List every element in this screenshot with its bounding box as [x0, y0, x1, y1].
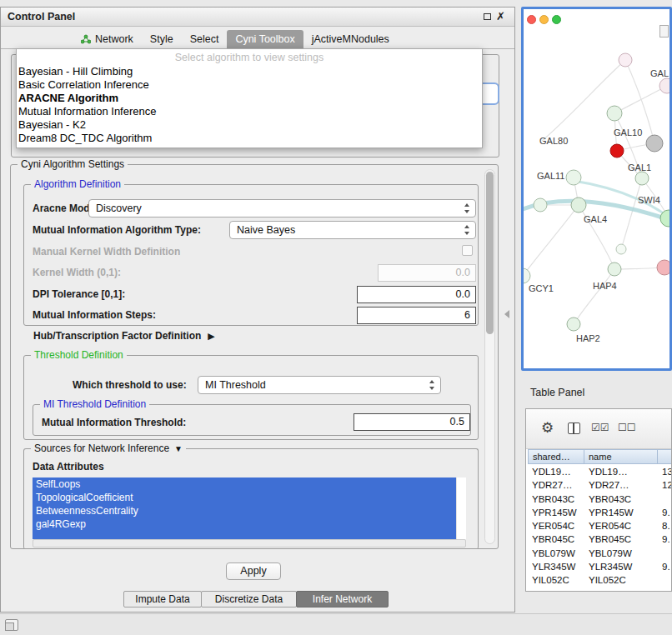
cell: 9. — [658, 532, 672, 546]
mac-close-button[interactable] — [527, 15, 536, 24]
table-row[interactable]: YPR145W YPR145W 9. — [528, 506, 672, 519]
combo-arrows-icon — [429, 380, 436, 390]
mi-type-select[interactable]: Naive Bayes — [229, 221, 476, 239]
table-row[interactable]: YBR043C YBR043C — [528, 492, 672, 506]
columns-icon[interactable] — [568, 422, 580, 434]
dpi-tolerance-label: DPI Tolerance [0,1]: — [33, 288, 125, 300]
network-canvas[interactable]: GAL GAL80 GAL10 GAL11 GAL1 SWI4 GAL4 GCY… — [524, 9, 669, 368]
network-node-selected-red[interactable] — [610, 144, 624, 158]
tab-label: Select — [190, 30, 219, 48]
network-node[interactable] — [619, 53, 632, 67]
collapsed-arrow-icon: ▶ — [208, 331, 214, 342]
network-node-gal4[interactable] — [571, 198, 586, 212]
cell: YER054C — [584, 519, 658, 532]
close-icon[interactable]: ✗ — [496, 8, 505, 26]
combo-arrows-icon — [464, 203, 471, 213]
dropdown-item[interactable]: Bayesian - K2 — [17, 118, 482, 132]
cell — [658, 492, 672, 506]
tab-network[interactable]: Network — [73, 30, 142, 48]
mac-minimize-button[interactable] — [539, 15, 549, 24]
dropdown-item[interactable]: Dream8 DC_TDC Algorithm — [17, 132, 482, 145]
deselect-all-columns-icon[interactable]: ☐☐ — [618, 422, 636, 433]
table-row[interactable]: YBL079W YBL079W — [528, 547, 672, 560]
network-node[interactable] — [607, 106, 622, 121]
network-node-gal1[interactable] — [635, 172, 649, 185]
table-row[interactable]: YBR045C YBR045C 9. — [528, 532, 672, 546]
gear-icon[interactable]: ⚙ — [541, 418, 554, 438]
network-view-window: GAL GAL80 GAL10 GAL11 GAL1 SWI4 GAL4 GCY… — [521, 7, 672, 371]
node-label: GAL80 — [539, 136, 568, 146]
cell: 9. — [658, 560, 672, 573]
dropdown-item-selected[interactable]: ARACNE Algorithm — [17, 92, 482, 105]
float-window-icon[interactable] — [484, 13, 491, 20]
which-threshold-select[interactable]: MI Threshold — [198, 376, 441, 394]
algorithm-dropdown-popup: Select algorithm to view settings Bayesi… — [16, 48, 483, 148]
group-title: Threshold Definition — [31, 349, 127, 361]
network-scrollbar-nub[interactable] — [659, 25, 669, 38]
tab-impute-data[interactable]: Impute Data — [123, 591, 202, 608]
dropdown-item[interactable]: Bayesian - Hill Climbing — [17, 65, 482, 78]
attribute-item-selected[interactable]: gal4RGexp — [33, 518, 456, 531]
tab-infer-network[interactable]: Infer Network — [296, 591, 389, 608]
network-node[interactable] — [659, 78, 669, 93]
network-node[interactable] — [657, 260, 669, 275]
split-pane-collapse-handle[interactable] — [504, 310, 509, 318]
table-row[interactable]: YER054C YER054C 8. — [528, 519, 672, 532]
manual-kernel-label: Manual Kernel Width Definition — [33, 246, 180, 258]
scrollbar-thumb[interactable] — [486, 172, 494, 334]
tab-label: Network — [95, 30, 133, 48]
network-node-labels: GAL GAL80 GAL10 GAL11 GAL1 SWI4 GAL4 GCY… — [529, 68, 669, 343]
manual-kernel-checkbox[interactable] — [462, 245, 473, 256]
network-node-gal10[interactable] — [646, 135, 663, 152]
select-all-columns-icon[interactable]: ☑☑ — [591, 422, 609, 433]
attribute-item-selected[interactable]: SelfLoops — [33, 478, 456, 491]
tab-jactivemodules[interactable]: jActiveMNodules — [303, 30, 398, 48]
cell: YPR145W — [584, 506, 658, 519]
panel-dock-icon[interactable] — [5, 619, 18, 631]
combo-arrows-icon — [464, 225, 471, 235]
mi-steps-input[interactable]: 6 — [357, 307, 476, 324]
tab-cyni-toolbox[interactable]: Cyni Toolbox — [227, 30, 303, 48]
tab-style[interactable]: Style — [142, 30, 182, 48]
network-node-gal11[interactable] — [566, 170, 581, 185]
attribute-item-selected[interactable]: TopologicalCoefficient — [33, 491, 456, 504]
cell: YIL052C — [528, 573, 584, 587]
attribute-item-partial[interactable] — [33, 531, 456, 539]
network-node-hap2[interactable] — [567, 318, 580, 331]
tab-discretize-data[interactable]: Discretize Data — [201, 591, 297, 608]
sources-expander[interactable]: Sources for Network Inference ▼ — [31, 442, 186, 454]
list-horizontal-scrollbar[interactable] — [33, 539, 466, 548]
aracne-mode-select[interactable]: Discovery — [88, 199, 476, 218]
group-title: Cyni Algorithm Settings — [18, 158, 128, 170]
hub-definition-expander[interactable]: Hub/Transcription Factor Definition ▶ — [33, 330, 215, 342]
network-node[interactable] — [616, 244, 626, 254]
dropdown-item[interactable]: Basic Correlation Inference — [17, 78, 482, 92]
tab-select[interactable]: Select — [182, 30, 228, 48]
list-vertical-scrollbar[interactable] — [456, 478, 466, 539]
apply-button[interactable]: Apply — [226, 562, 281, 580]
table-row[interactable]: YLR345W YLR345W 9. — [528, 560, 672, 573]
network-node[interactable] — [534, 198, 547, 212]
network-node-gcy1[interactable] — [524, 268, 530, 283]
table-row[interactable]: YDR27… YDR27… 12 — [528, 478, 672, 492]
network-node-hap4[interactable] — [608, 262, 621, 276]
cell: YDL19… — [584, 465, 658, 478]
column-header[interactable]: name — [584, 449, 658, 464]
mi-threshold-input[interactable]: 0.5 — [354, 413, 470, 431]
attribute-item-selected[interactable]: BetweennessCentrality — [33, 504, 456, 518]
column-header[interactable]: shared… — [528, 449, 584, 464]
table-row[interactable]: YDL19… YDL19… 13 — [528, 465, 672, 478]
cell: 12 — [658, 478, 672, 492]
tab-label: Cyni Toolbox — [235, 30, 294, 48]
kernel-width-input[interactable]: 0.0 — [378, 264, 476, 282]
table-row[interactable]: YIL052C YIL052C — [528, 573, 672, 587]
dropdown-item[interactable]: Mutual Information Inference — [17, 105, 482, 118]
node-label: GAL11 — [537, 171, 564, 181]
cell: YDL19… — [528, 465, 584, 478]
settings-scrollbar[interactable] — [484, 169, 495, 544]
mac-zoom-button[interactable] — [552, 15, 561, 24]
node-label: HAP4 — [593, 281, 617, 291]
cell: YLR345W — [584, 560, 658, 573]
dpi-tolerance-input[interactable]: 0.0 — [357, 286, 476, 303]
column-header[interactable] — [658, 449, 672, 464]
